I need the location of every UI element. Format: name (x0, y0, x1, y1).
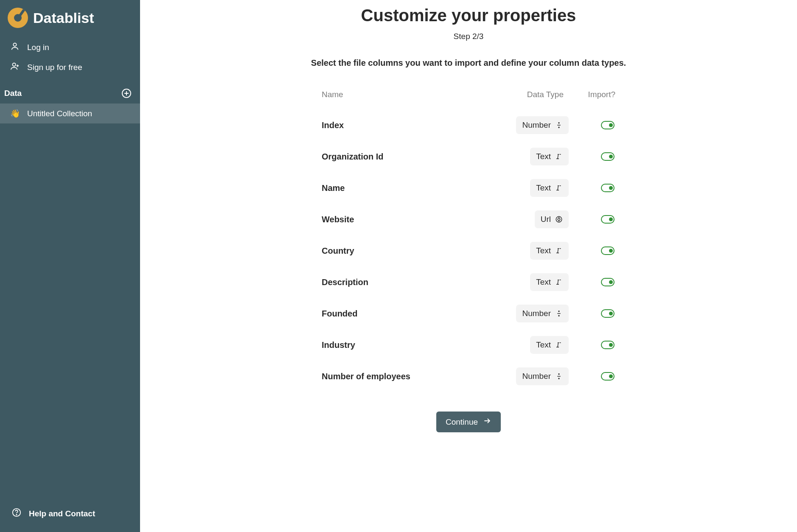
datatype-selector[interactable]: Text (530, 148, 569, 165)
datatype-selector[interactable]: Text (530, 336, 569, 354)
signup-label: Sign up for free (27, 63, 82, 72)
datatype-label: Number (522, 309, 551, 318)
th-name: Name (322, 90, 480, 99)
property-name: Number of employees (322, 372, 480, 381)
property-row: DescriptionText (320, 266, 617, 298)
add-collection-button[interactable] (121, 87, 132, 99)
import-toggle[interactable] (601, 372, 615, 381)
import-toggle[interactable] (601, 184, 615, 192)
import-toggle[interactable] (601, 309, 615, 318)
text-type-icon (555, 278, 563, 286)
svg-point-9 (558, 127, 559, 128)
user-plus-icon (10, 62, 20, 73)
property-row: Number of employeesNumber (320, 361, 617, 392)
url-type-icon (555, 216, 563, 223)
page-subtitle: Select the file columns you want to impo… (311, 58, 626, 68)
datatype-label: Text (536, 152, 551, 161)
import-toggle[interactable] (601, 246, 615, 255)
svg-point-8 (558, 123, 559, 123)
import-toggle[interactable] (601, 152, 615, 161)
datatype-label: Text (536, 246, 551, 255)
import-toggle[interactable] (601, 121, 615, 129)
help-label: Help and Contact (29, 509, 95, 518)
page-title: Customize your properties (361, 6, 576, 25)
datatype-label: Text (536, 340, 551, 350)
property-row: WebsiteUrl (320, 204, 617, 235)
user-icon (10, 42, 20, 53)
help-circle-icon (12, 508, 21, 519)
continue-button[interactable]: Continue (436, 412, 501, 432)
datatype-label: Text (536, 277, 551, 287)
property-name: Website (322, 215, 480, 224)
datatype-selector[interactable]: Text (530, 242, 569, 260)
property-name: Industry (322, 340, 480, 350)
property-name: Founded (322, 309, 480, 319)
table-header: Name Data Type Import? (320, 90, 617, 109)
property-row: Organization IdText (320, 141, 617, 172)
wave-icon: 👋 (10, 109, 20, 118)
datatype-selector[interactable]: Url (535, 210, 569, 228)
property-name: Index (322, 120, 480, 130)
th-datatype: Data Type (480, 90, 569, 99)
logo-icon (8, 8, 28, 28)
text-type-icon (555, 341, 563, 349)
number-type-icon (555, 310, 563, 317)
continue-label: Continue (446, 417, 478, 427)
datatype-selector[interactable]: Text (530, 179, 569, 197)
text-type-icon (555, 184, 563, 192)
properties-table: Name Data Type Import? IndexNumberOrgani… (320, 90, 617, 392)
help-link[interactable]: Help and Contact (0, 501, 140, 532)
property-row: NameText (320, 172, 617, 204)
property-row: IndexNumber (320, 109, 617, 141)
step-indicator: Step 2/3 (454, 32, 484, 41)
property-row: FoundedNumber (320, 298, 617, 329)
datatype-selector[interactable]: Number (516, 367, 569, 385)
text-type-icon (555, 153, 563, 160)
svg-point-12 (558, 315, 559, 316)
text-type-icon (555, 247, 563, 255)
datatype-selector[interactable]: Number (516, 305, 569, 322)
datatype-label: Url (541, 215, 551, 224)
datatype-label: Number (522, 120, 551, 130)
datatype-selector[interactable]: Text (530, 273, 569, 291)
svg-point-14 (558, 378, 559, 379)
property-row: IndustryText (320, 329, 617, 361)
svg-point-3 (13, 43, 16, 46)
svg-point-13 (558, 374, 559, 375)
login-link[interactable]: Log in (0, 37, 140, 57)
number-type-icon (555, 121, 563, 129)
th-import: Import? (569, 90, 615, 99)
collection-label: Untitled Collection (27, 109, 92, 118)
login-label: Log in (27, 43, 49, 52)
signup-link[interactable]: Sign up for free (0, 57, 140, 77)
import-toggle[interactable] (601, 341, 615, 349)
datatype-label: Number (522, 372, 551, 381)
collection-item[interactable]: 👋 Untitled Collection (0, 104, 140, 123)
import-toggle[interactable] (601, 278, 615, 286)
property-row: CountryText (320, 235, 617, 266)
data-section-label: Data (4, 89, 22, 98)
brand-name: Datablist (33, 10, 94, 26)
number-type-icon (555, 372, 563, 380)
data-section-header: Data (0, 83, 140, 104)
brand-logo[interactable]: Datablist (0, 0, 140, 37)
property-name: Name (322, 183, 480, 193)
property-name: Description (322, 277, 480, 287)
svg-point-4 (13, 63, 16, 66)
svg-point-7 (16, 514, 17, 515)
import-toggle[interactable] (601, 215, 615, 224)
main-content: Customize your properties Step 2/3 Selec… (140, 0, 797, 532)
property-name: Country (322, 246, 480, 256)
svg-point-11 (558, 311, 559, 312)
arrow-right-icon (483, 417, 491, 427)
property-name: Organization Id (322, 152, 480, 162)
sidebar: Datablist Log in Sign up for free Data 👋… (0, 0, 140, 532)
datatype-label: Text (536, 183, 551, 193)
datatype-selector[interactable]: Number (516, 116, 569, 134)
